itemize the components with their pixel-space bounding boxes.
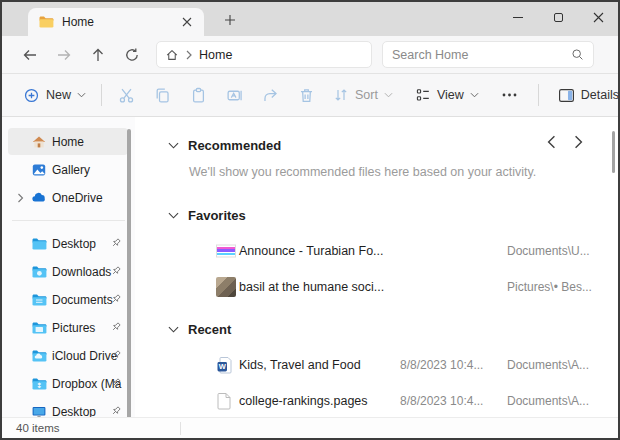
minimize-icon [513, 17, 523, 18]
file-row[interactable]: basil at the humane soci... Pictures\• B… [135, 269, 618, 305]
address-row: Home [2, 36, 618, 74]
scroll-left-icon[interactable] [546, 135, 557, 149]
pin-icon [110, 237, 122, 249]
content-scrollbar[interactable] [612, 131, 615, 173]
forward-button[interactable] [48, 41, 80, 69]
back-button[interactable] [14, 41, 46, 69]
share-button[interactable] [252, 79, 288, 111]
section-title[interactable]: Recent [188, 322, 231, 337]
sidebar-item-label: Gallery [52, 163, 128, 177]
new-tab-button[interactable] [218, 8, 242, 32]
pin-icon [110, 377, 122, 389]
breadcrumb[interactable]: Home [199, 48, 232, 62]
status-divider [180, 422, 181, 435]
sort-button[interactable]: Sort [324, 79, 402, 111]
details-button-label: Details [581, 88, 619, 102]
folder-icon [31, 236, 47, 252]
new-button[interactable]: New [14, 79, 95, 111]
section-title[interactable]: Recommended [188, 138, 281, 153]
folder-icon [31, 348, 47, 364]
section-recommended-header: Recommended [135, 135, 618, 155]
minimize-button[interactable] [498, 2, 538, 32]
file-path: Documents\U... [507, 244, 590, 258]
tab-close-icon[interactable] [178, 13, 196, 31]
rename-button[interactable] [216, 79, 252, 111]
pin-icon [110, 349, 122, 361]
recommended-empty-text: We'll show you recommended files here ba… [135, 165, 618, 179]
blank-document-icon [216, 392, 232, 410]
pin-icon [110, 405, 122, 417]
collapse-chevron-icon[interactable] [168, 212, 179, 219]
house-icon [31, 134, 47, 150]
sidebar-item-home[interactable]: Home [8, 128, 128, 155]
scroll-right-icon[interactable] [573, 135, 584, 149]
folder-icon [31, 320, 47, 336]
file-path: Pictures\• Bes... [507, 280, 592, 294]
toolbar-divider [538, 84, 539, 106]
view-button[interactable]: View [406, 79, 488, 111]
sidebar-scrollbar[interactable] [127, 129, 131, 421]
section-favorites-header: Favorites [135, 205, 618, 225]
toolbar-divider [101, 84, 102, 106]
rename-icon [226, 87, 243, 104]
sidebar-item-documents[interactable]: Documents [8, 286, 128, 313]
view-button-label: View [437, 88, 464, 102]
close-button[interactable] [578, 2, 618, 32]
sidebar-item-gallery[interactable]: Gallery [8, 156, 128, 183]
sidebar-item-downloads[interactable]: Downloads [8, 258, 128, 285]
file-explorer-window: Home [0, 0, 620, 440]
sidebar-item-pictures[interactable]: Pictures [8, 314, 128, 341]
file-name: basil at the humane soci... [239, 280, 384, 294]
folder-icon [38, 14, 54, 30]
sidebar-item-icloud-drive[interactable]: iCloud Drive [8, 342, 128, 369]
delete-button[interactable] [288, 79, 324, 111]
folder-icon [31, 292, 47, 308]
folder-icon [31, 264, 47, 280]
command-toolbar: New So [2, 74, 618, 117]
address-bar[interactable]: Home [156, 41, 372, 68]
file-path: Documents\A... [507, 394, 589, 408]
sort-button-label: Sort [355, 88, 378, 102]
svg-text:W: W [219, 362, 227, 371]
up-button[interactable] [82, 41, 114, 69]
cut-button[interactable] [108, 79, 144, 111]
maximize-button[interactable] [538, 2, 578, 32]
collapse-chevron-icon[interactable] [168, 326, 179, 333]
search-box[interactable] [382, 41, 594, 68]
sidebar-item-label: Home [52, 135, 128, 149]
more-options-button[interactable] [492, 79, 528, 111]
expand-chevron-icon [17, 193, 24, 203]
file-date: 8/8/2023 10:4... [400, 358, 483, 372]
details-button[interactable]: Details [549, 79, 620, 111]
collapse-chevron-icon[interactable] [168, 142, 179, 149]
file-name: Announce - Turabian Fo... [239, 244, 384, 258]
ellipsis-icon [502, 93, 517, 97]
sidebar-item-onedrive[interactable]: OneDrive [8, 184, 128, 211]
file-row[interactable]: college-rankings.pages 8/8/2023 10:4... … [135, 383, 618, 417]
onedrive-cloud-icon [31, 190, 47, 206]
window-controls [498, 2, 618, 36]
search-icon [571, 48, 584, 61]
file-path: Documents\A... [507, 358, 589, 372]
sidebar-item-desktop[interactable]: Desktop [8, 230, 128, 257]
file-name: college-rankings.pages [239, 394, 368, 408]
section-title[interactable]: Favorites [188, 208, 246, 223]
section-recent-header: Recent [135, 319, 618, 339]
paste-icon [190, 87, 207, 104]
sidebar-item-dropbox[interactable]: Dropbox (Ma [8, 370, 128, 397]
file-row[interactable]: W Kids, Travel and Food 8/8/2023 10:4...… [135, 347, 618, 383]
refresh-button[interactable] [116, 41, 148, 69]
tab-label: Home [62, 15, 170, 29]
file-row[interactable]: Announce - Turabian Fo... Documents\U... [135, 233, 618, 269]
tab-strip: Home [2, 2, 618, 36]
search-input[interactable] [392, 48, 571, 62]
plus-circle-icon [23, 87, 40, 104]
paste-button[interactable] [180, 79, 216, 111]
details-panel-icon [558, 88, 575, 103]
close-icon [593, 12, 604, 23]
tab-home[interactable]: Home [28, 8, 204, 36]
copy-button[interactable] [144, 79, 180, 111]
word-document-icon: W [216, 356, 234, 374]
sidebar-separator [12, 220, 125, 221]
sidebar-item-label: OneDrive [52, 191, 128, 205]
